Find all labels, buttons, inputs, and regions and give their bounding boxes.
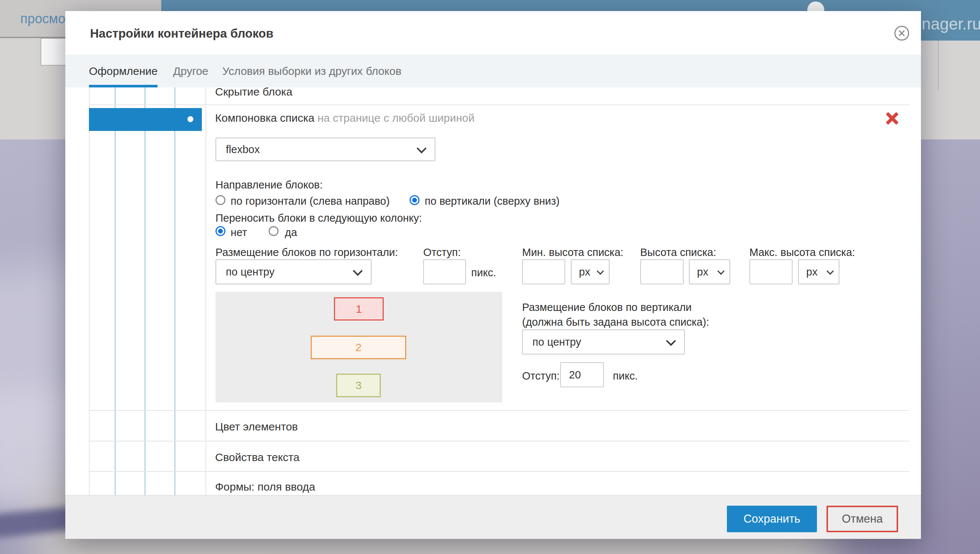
chevron-down-icon xyxy=(417,143,427,153)
dialog-tabbar: Оформление Другое Условия выборки из дру… xyxy=(65,54,921,88)
tab-selection-conditions[interactable]: Условия выборки из других блоков xyxy=(223,54,402,88)
grid-line xyxy=(145,88,145,495)
v-gap-label: Отступ: xyxy=(522,369,560,382)
h-placement-select[interactable]: по центру xyxy=(215,259,371,284)
max-height-unit-select[interactable]: px xyxy=(798,259,840,284)
v-placement-label-line1: Размещение блоков по вертикали xyxy=(522,301,692,314)
cancel-button[interactable]: Отмена xyxy=(827,506,898,532)
preview-block-2: 2 xyxy=(311,336,406,359)
selected-marker-dot xyxy=(188,116,193,122)
radio-direction-vertical-label[interactable]: по вертикали (сверху вниз) xyxy=(425,194,560,208)
gap-label: Отступ: xyxy=(423,246,461,259)
gap-input[interactable] xyxy=(423,259,466,284)
tab-label: Оформление xyxy=(89,65,158,78)
unit-value: px xyxy=(579,266,590,278)
dialog-footer: Сохранить Отмена xyxy=(65,495,921,539)
section-layout-title[interactable]: Компоновка списка на странице с любой ши… xyxy=(215,112,475,124)
h-placement-label: Размещение блоков по горизонтали: xyxy=(215,246,398,259)
row-divider xyxy=(89,441,909,441)
radio-wrap-no-label[interactable]: нет xyxy=(231,226,247,239)
tab-other[interactable]: Другое xyxy=(173,54,208,88)
min-height-label: Мин. высота списка: xyxy=(522,246,623,259)
radio-wrap-no[interactable] xyxy=(215,226,225,236)
v-gap-unit: пикс. xyxy=(613,369,637,382)
block-container-settings-dialog: Настройки контейнера блоков Оформление Д… xyxy=(65,11,921,539)
section-text-properties[interactable]: Свойства текста xyxy=(215,451,300,464)
radio-direction-horizontal-label[interactable]: по горизонтали (слева направо) xyxy=(231,194,390,208)
background-panel-edge xyxy=(938,41,939,90)
grid-line xyxy=(115,88,115,495)
max-height-label: Макс. высота списка: xyxy=(749,246,855,259)
direction-label: Направление блоков: xyxy=(215,178,323,191)
radio-wrap-yes-label[interactable]: да xyxy=(285,226,297,239)
min-height-unit-select[interactable]: px xyxy=(571,259,610,284)
tab-label: Другое xyxy=(173,65,208,78)
grid-line xyxy=(175,88,175,495)
tab-design[interactable]: Оформление xyxy=(89,54,158,88)
max-height-input[interactable] xyxy=(749,259,792,284)
chevron-down-icon xyxy=(597,267,604,275)
save-button[interactable]: Сохранить xyxy=(727,506,817,532)
v-gap-input[interactable] xyxy=(560,362,604,387)
layout-engine-select[interactable]: flexbox xyxy=(215,138,435,161)
height-input[interactable] xyxy=(640,259,684,284)
preview-block-3: 3 xyxy=(336,374,381,397)
section-hidden-block[interactable]: Скрытие блока xyxy=(215,88,292,98)
h-placement-value: по центру xyxy=(226,266,274,278)
unit-value: px xyxy=(806,266,817,278)
site-domain-text: nager.ru xyxy=(922,15,980,33)
gutter-separator-line xyxy=(206,88,206,495)
radio-wrap-yes[interactable] xyxy=(269,226,279,236)
layout-title-text: Компоновка списка xyxy=(215,112,314,124)
row-divider xyxy=(89,104,909,105)
height-unit-select[interactable]: px xyxy=(689,259,730,284)
preview-block-1: 1 xyxy=(334,297,384,320)
close-icon[interactable] xyxy=(894,26,909,41)
unit-value: px xyxy=(697,266,708,278)
selected-row-highlight[interactable] xyxy=(89,108,202,131)
gap-unit: пикс. xyxy=(471,266,496,279)
min-height-input[interactable] xyxy=(522,259,565,284)
dialog-title: Настройки контейнера блоков xyxy=(90,27,273,41)
v-placement-label-line2: (должна быть задана высота списка): xyxy=(522,315,709,329)
layout-engine-value: flexbox xyxy=(226,143,260,156)
layout-title-note: на странице с любой шириной xyxy=(318,112,475,124)
layout-preview-panel: 1 2 3 xyxy=(215,292,502,403)
row-divider xyxy=(89,471,909,472)
height-label: Высота списка: xyxy=(640,246,716,259)
row-divider xyxy=(89,410,909,411)
chevron-down-icon xyxy=(353,266,363,276)
chevron-down-icon xyxy=(666,336,676,346)
delete-icon[interactable] xyxy=(886,112,899,125)
radio-direction-horizontal[interactable] xyxy=(215,195,225,205)
chevron-down-icon xyxy=(717,267,725,275)
tab-label: Условия выборки из других блоков xyxy=(223,65,402,78)
section-form-fields[interactable]: Формы: поля ввода xyxy=(215,481,315,493)
v-placement-value: по центру xyxy=(532,336,581,348)
dialog-body: Скрытие блока Компоновка списка на стран… xyxy=(65,88,921,495)
radio-direction-vertical[interactable] xyxy=(410,195,419,205)
wrap-label: Переносить блоки в следующую колонку: xyxy=(215,211,422,224)
gutter-border-line xyxy=(89,88,90,495)
chevron-down-icon xyxy=(827,267,834,275)
v-placement-select[interactable]: по центру xyxy=(522,330,685,355)
section-element-colors[interactable]: Цвет элементов xyxy=(215,420,298,433)
